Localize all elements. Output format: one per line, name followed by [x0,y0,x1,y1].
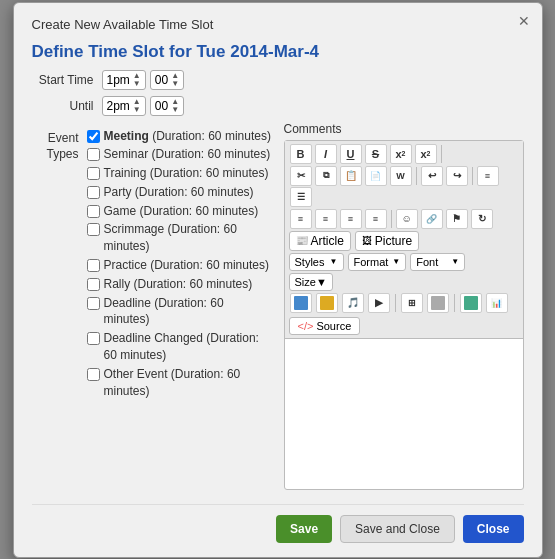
right-panel: Comments B I U S x2 x2 ✂ [284,122,524,490]
event-type-checkbox-5[interactable] [87,223,100,236]
source-icon: </> [298,320,314,332]
picture-label: Picture [375,234,412,248]
event-type-checkbox-4[interactable] [87,205,100,218]
toolbar-row-6: Size ▼ [289,273,519,291]
unordered-list-button[interactable]: ☰ [290,187,312,207]
separator-1 [441,145,442,163]
flag-button[interactable]: ⚑ [446,209,468,229]
align-right-button[interactable]: ≡ [340,209,362,229]
event-type-checkbox-0[interactable] [87,130,100,143]
table2-button[interactable] [427,293,449,313]
list-item: Other Event (Duration: 60 minutes) [87,366,272,400]
align-justify-button[interactable]: ≡ [365,209,387,229]
start-hour-arrow: ▲▼ [133,72,141,88]
editor-container: B I U S x2 x2 ✂ ⧉ 📋 📄 W [284,140,524,490]
modal-title: Create New Available Time Slot [32,17,524,32]
until-label: Until [32,99,102,113]
format-dropdown[interactable]: Format ▼ [348,253,407,271]
toolbar-row-7: 🎵 ▶ ⊞ 📊 [289,293,519,313]
subscript-button[interactable]: x2 [390,144,412,164]
until-hour-value: 2pm [107,99,130,113]
event-types-list: Meeting (Duration: 60 minutes)Seminar (D… [87,128,272,402]
list-item: Deadline Changed (Duration: 60 minutes) [87,330,272,364]
editor-toolbar: B I U S x2 x2 ✂ ⧉ 📋 📄 W [285,141,523,339]
event-type-checkbox-9[interactable] [87,332,100,345]
refresh-button[interactable]: ↻ [471,209,493,229]
article-label: Article [311,234,344,248]
bold-button[interactable]: B [290,144,312,164]
start-time-row: Start Time 1pm ▲▼ 00 ▲▼ [32,70,524,90]
bar-button[interactable]: 📊 [486,293,508,313]
list-item: Training (Duration: 60 minutes) [87,165,272,182]
start-min-arrow: ▲▼ [171,72,179,88]
list-item: Party (Duration: 60 minutes) [87,184,272,201]
align-center-button[interactable]: ≡ [315,209,337,229]
modal-close-x-button[interactable]: ✕ [518,13,530,29]
event-types-section: EventTypes Meeting (Duration: 60 minutes… [32,128,272,402]
event-type-checkbox-10[interactable] [87,368,100,381]
flash-button[interactable] [316,293,338,313]
list-item: Practice (Duration: 60 minutes) [87,257,272,274]
save-button[interactable]: Save [276,515,332,543]
article-button[interactable]: 📰 Article [289,231,351,251]
undo-button[interactable]: ↩ [421,166,443,186]
until-min-arrow: ▲▼ [171,98,179,114]
event-type-checkbox-8[interactable] [87,297,100,310]
toolbar-row-1: B I U S x2 x2 [289,144,519,164]
event-item-label: Practice (Duration: 60 minutes) [104,257,269,274]
link-button[interactable]: 🔗 [421,209,443,229]
event-item-label: Other Event (Duration: 60 minutes) [104,366,272,400]
font-dropdown[interactable]: Font ▼ [410,253,465,271]
save-and-close-button[interactable]: Save and Close [340,515,455,543]
chart-button[interactable] [460,293,482,313]
copy-button[interactable]: ⧉ [315,166,337,186]
until-time-row: Until 2pm ▲▼ 00 ▲▼ [32,96,524,116]
toolbar-row-3: ≡ ≡ ≡ ≡ ☺ 🔗 ⚑ ↻ [289,209,519,229]
event-type-checkbox-1[interactable] [87,148,100,161]
start-time-label: Start Time [32,73,102,87]
source-button[interactable]: </> Source [289,317,361,335]
strikethrough-button[interactable]: S [365,144,387,164]
ordered-list-button[interactable]: ≡ [477,166,499,186]
start-min-value: 00 [155,73,168,87]
align-left-button[interactable]: ≡ [290,209,312,229]
styles-dropdown[interactable]: Styles ▼ [289,253,344,271]
until-hour-select[interactable]: 2pm ▲▼ [102,96,146,116]
paste-word-button[interactable]: W [390,166,412,186]
cut-button[interactable]: ✂ [290,166,312,186]
picture-icon: 🖼 [362,235,372,246]
picture-button[interactable]: 🖼 Picture [355,231,419,251]
close-button[interactable]: Close [463,515,524,543]
separator-6 [454,294,455,312]
video-button[interactable]: ▶ [368,293,390,313]
event-type-checkbox-6[interactable] [87,259,100,272]
until-min-value: 00 [155,99,168,113]
toolbar-row-2: ✂ ⧉ 📋 📄 W ↩ ↪ ≡ ☰ [289,166,519,207]
audio-button[interactable]: 🎵 [342,293,364,313]
event-type-checkbox-3[interactable] [87,186,100,199]
superscript-button[interactable]: x2 [415,144,437,164]
separator-3 [472,167,473,185]
italic-button[interactable]: I [315,144,337,164]
paste-button[interactable]: 📋 [340,166,362,186]
event-item-label: Game (Duration: 60 minutes) [104,203,259,220]
start-min-select[interactable]: 00 ▲▼ [150,70,184,90]
smiley-button[interactable]: ☺ [396,209,418,229]
editor-content[interactable] [285,339,523,489]
until-hour-arrow: ▲▼ [133,98,141,114]
redo-button[interactable]: ↪ [446,166,468,186]
grid-button[interactable]: ⊞ [401,293,423,313]
event-type-checkbox-7[interactable] [87,278,100,291]
table-button[interactable] [290,293,312,313]
underline-button[interactable]: U [340,144,362,164]
font-label: Font [416,256,438,268]
article-icon: 📰 [296,235,308,246]
until-min-select[interactable]: 00 ▲▼ [150,96,184,116]
styles-label: Styles [295,256,325,268]
paste-text-button[interactable]: 📄 [365,166,387,186]
start-hour-select[interactable]: 1pm ▲▼ [102,70,146,90]
size-dropdown[interactable]: Size ▼ [289,273,333,291]
event-item-label: Seminar (Duration: 60 minutes) [104,146,271,163]
separator-4 [391,210,392,228]
event-type-checkbox-2[interactable] [87,167,100,180]
